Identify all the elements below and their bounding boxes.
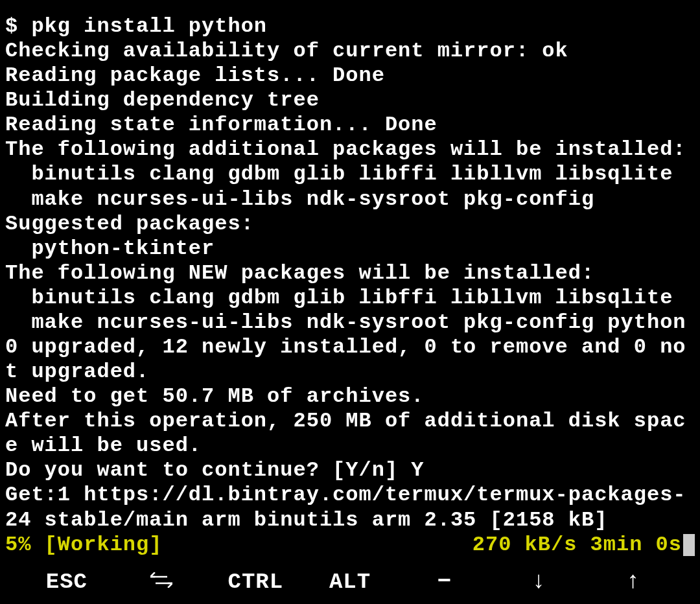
arrow-down-key[interactable]: ↓ [492, 568, 587, 596]
output-line: make ncurses-ui-libs ndk-sysroot pkg-con… [5, 187, 594, 211]
output-line: Building dependency tree [5, 88, 320, 112]
download-speed: 270 kB/s 3min 0s [472, 533, 682, 557]
extra-key-row: ESC CTRL ALT − ↓ ↑ [0, 557, 700, 604]
command-text: pkg install python [31, 14, 267, 38]
output-line: 0 upgraded, 12 newly installed, 0 to rem… [5, 335, 686, 384]
cursor-icon [683, 534, 695, 556]
output-line: Suggested packages: [5, 212, 254, 236]
download-progress: 5% [Working] [5, 533, 162, 557]
output-line: Do you want to continue? [Y/n] Y [5, 458, 425, 482]
ctrl-key[interactable]: CTRL [208, 569, 303, 595]
esc-key[interactable]: ESC [19, 569, 114, 595]
alt-key[interactable]: ALT [303, 569, 397, 595]
output-line: python-tkinter [5, 237, 215, 261]
output-line: Need to get 50.7 MB of archives. [5, 384, 425, 408]
dash-key[interactable]: − [397, 568, 492, 596]
tab-arrows-icon [150, 572, 172, 588]
output-line: Reading package lists... Done [5, 64, 385, 87]
output-line: Reading state information... Done [5, 113, 438, 137]
shell-prompt: $ [5, 14, 31, 38]
output-line: binutils clang gdbm glib libffi libllvm … [5, 286, 673, 310]
output-line: Get:1 https://dl.bintray.com/termux/term… [5, 483, 686, 531]
output-line: make ncurses-ui-libs ndk-sysroot pkg-con… [5, 310, 686, 334]
arrow-up-key[interactable]: ↑ [586, 568, 681, 596]
output-line: Checking availability of current mirror:… [5, 39, 568, 63]
tab-key[interactable] [114, 568, 209, 596]
output-line: The following NEW packages will be insta… [5, 261, 594, 285]
output-line: binutils clang gdbm glib libffi libllvm … [5, 162, 673, 186]
terminal-output[interactable]: $ pkg install python Checking availabili… [0, 0, 700, 533]
output-line: The following additional packages will b… [5, 137, 686, 161]
output-line: After this operation, 250 MB of addition… [5, 409, 686, 458]
download-status-line: 5% [Working] 270 kB/s 3min 0s [0, 533, 700, 557]
